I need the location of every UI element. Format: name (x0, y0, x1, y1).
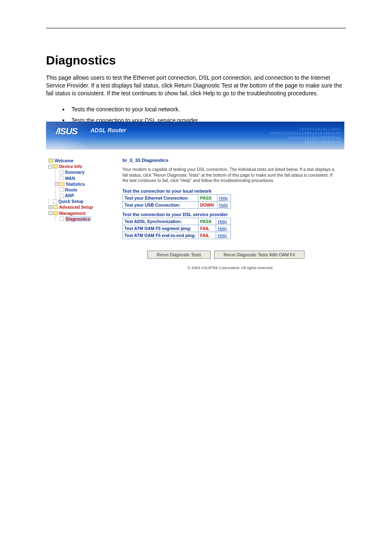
rerun-button[interactable]: Rerun Diagnostic Tests (147, 251, 211, 259)
content-description: Your modem is capable of testing your DS… (122, 167, 339, 184)
page-icon (60, 176, 64, 180)
test-name: Test your USB Connection: (123, 201, 198, 208)
content-area: br_0_33 Diagnostics Your modem is capabl… (122, 158, 344, 270)
nav-item-management[interactable]: Management (59, 210, 85, 216)
page-title: Diagnostics (46, 53, 116, 67)
intro-block: This page allows users to test the Ether… (46, 74, 346, 127)
nav-item-arp[interactable]: ARP (65, 193, 74, 198)
table-row: Test ATM OAM F5 end-to-end ping: FAIL He… (123, 232, 231, 239)
folder-open-icon (53, 164, 58, 168)
content-title: br_0_33 Diagnostics (122, 158, 339, 163)
nav-item-welcome[interactable]: Welcome (48, 158, 122, 164)
tree-line (55, 193, 60, 198)
help-link[interactable]: Help (218, 233, 227, 238)
nav-item-quick-setup[interactable]: Quick Setup (58, 198, 83, 204)
binary-line: 10101110101110 (270, 140, 341, 144)
nav-tree: Welcome − Device Info Summary WAN + Stat (46, 158, 122, 270)
bullet-item: Tests the connection to your local netwo… (62, 106, 346, 113)
test-status: PASS (198, 194, 217, 201)
table-row: Test ADSL Synchronization: PASS Help (123, 218, 231, 225)
expand-icon[interactable]: + (55, 182, 59, 186)
help-link[interactable]: Help (218, 226, 227, 231)
button-row: Rerun Diagnostic Tests Rerun Diagnostic … (122, 251, 339, 259)
test-name: Test your Ethernet Connection: (123, 194, 198, 201)
expand-icon[interactable]: + (48, 205, 52, 209)
page-icon (60, 170, 64, 175)
collapse-icon[interactable]: − (48, 165, 52, 168)
page-icon (60, 193, 64, 198)
nav-item-advanced-setup[interactable]: Advanced Setup (59, 204, 93, 210)
tree-line (55, 216, 60, 222)
nav-item-statistics[interactable]: Statistics (66, 181, 85, 187)
nav-item-device-info[interactable]: Device Info (59, 164, 82, 169)
binary-line: 10101110101110001010 (270, 136, 341, 140)
test-name: Test ATM OAM F5 end-to-end ping: (123, 232, 198, 239)
local-test-table: Test your Ethernet Connection: PASS Help… (122, 194, 231, 209)
folder-icon (60, 182, 65, 186)
tree-line (48, 198, 53, 204)
test-name: Test ADSL Synchronization: (123, 218, 198, 225)
tree-line (55, 175, 60, 181)
nav-item-route[interactable]: Route (65, 187, 77, 193)
table-row: Test ATM OAM F5 segment ping: FAIL Help (123, 225, 231, 232)
table-row: Test your Ethernet Connection: PASS Help (123, 194, 231, 201)
nav-item-summary[interactable]: Summary (65, 169, 85, 175)
brand-logo: /ISUS (56, 126, 77, 137)
help-link[interactable]: Help (218, 219, 227, 224)
test-status: FAIL (198, 225, 216, 232)
tree-line (55, 187, 60, 193)
page-icon (53, 199, 57, 204)
banner-binary-decor: 1010111010111001 10101110101110001010100… (270, 127, 341, 144)
folder-open-icon (53, 211, 58, 215)
page-icon (60, 187, 64, 192)
dsl-test-table: Test ADSL Synchronization: PASS Help Tes… (122, 218, 231, 239)
binary-line: 101011101011100010101001101 (270, 131, 341, 136)
nav-item-diagnostics[interactable]: Diagnostics (65, 216, 91, 222)
intro-text: This page allows users to test the Ether… (46, 74, 346, 97)
page-icon (60, 216, 64, 221)
dsl-test-heading: Test the connection to your DSL service … (122, 212, 339, 217)
desktop-icon (48, 159, 53, 163)
test-status: DOWN (198, 201, 217, 208)
test-name: Test ATM OAM F5 segment ping: (123, 225, 198, 232)
help-link[interactable]: Help (219, 203, 228, 207)
page-rule (46, 28, 346, 28)
panel-body: Welcome − Device Info Summary WAN + Stat (46, 150, 344, 270)
copyright-text: © 2003 ASUSTek Corporation. All rights r… (122, 265, 339, 270)
banner: /ISUS ADSL Router 1010111010111001 10101… (46, 122, 344, 150)
tree-line (55, 169, 60, 175)
table-row: Test your USB Connection: DOWN Help (123, 201, 231, 208)
local-test-heading: Test the connection to your local networ… (122, 189, 339, 193)
brand-subtitle: ADSL Router (90, 127, 126, 134)
binary-line: 1010111010111001 (270, 127, 341, 131)
collapse-icon[interactable]: − (48, 211, 52, 215)
test-status: PASS (198, 218, 216, 225)
rerun-oam-button[interactable]: Rerun Diagnostic Tests With OAM F4 (214, 251, 304, 259)
nav-label: Welcome (55, 158, 74, 164)
router-admin-panel: /ISUS ADSL Router 1010111010111001 10101… (46, 122, 344, 282)
test-status: FAIL (198, 232, 216, 239)
help-link[interactable]: Help (219, 196, 228, 200)
nav-item-wan[interactable]: WAN (65, 175, 75, 181)
folder-icon (53, 205, 58, 209)
